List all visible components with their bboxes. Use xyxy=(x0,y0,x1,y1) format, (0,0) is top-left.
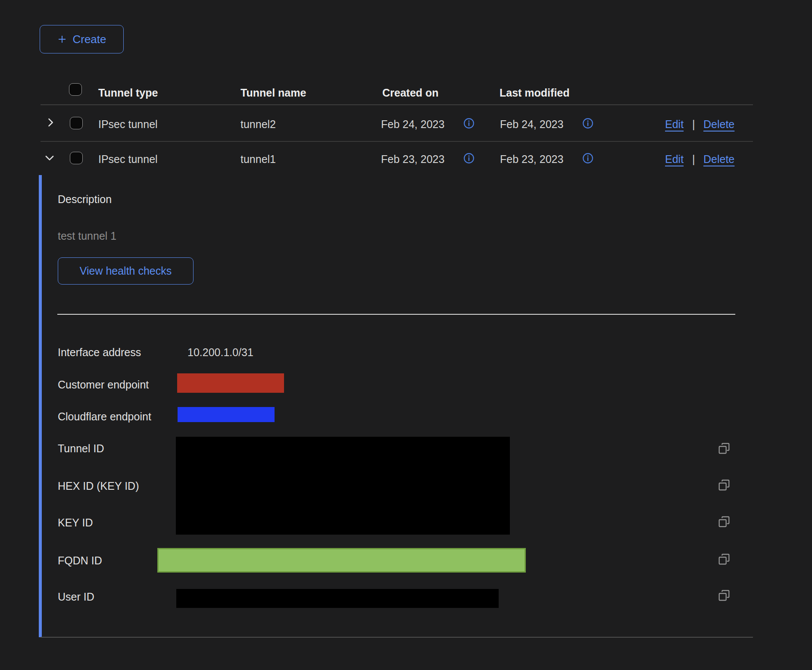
section-divider xyxy=(57,314,735,315)
info-icon[interactable] xyxy=(463,117,475,129)
cloudflare-endpoint-redacted-value xyxy=(178,407,275,422)
chevron-right-icon[interactable] xyxy=(44,116,56,128)
tunnel-name-cell: tunnel2 xyxy=(240,118,276,131)
last-modified-cell: Feb 23, 2023 xyxy=(500,153,563,166)
copy-icon xyxy=(717,478,731,492)
description-label: Description xyxy=(58,193,112,206)
hex-id-label: HEX ID (KEY ID) xyxy=(58,480,139,492)
tunnel-type-cell: IPsec tunnel xyxy=(98,153,158,166)
interface-address-label: Interface address xyxy=(58,346,141,359)
row-checkbox-tunnel1[interactable] xyxy=(70,152,83,164)
action-separator: | xyxy=(692,118,695,131)
key-id-label: KEY ID xyxy=(58,517,93,529)
fqdn-id-label: FQDN ID xyxy=(58,554,102,567)
view-health-checks-label: View health checks xyxy=(80,265,172,277)
tunnel-name-cell: tunnel1 xyxy=(240,153,276,166)
customer-endpoint-redacted-value xyxy=(177,373,284,393)
info-icon[interactable] xyxy=(582,152,594,164)
header-tunnel-type: Tunnel type xyxy=(98,87,158,99)
interface-address-value: 10.200.1.0/31 xyxy=(187,346,253,359)
expanded-row-indicator xyxy=(39,175,42,637)
copy-key-id-button[interactable] xyxy=(717,515,731,530)
select-all-checkbox[interactable] xyxy=(69,83,82,96)
edit-link-tunnel1[interactable]: Edit xyxy=(665,153,684,166)
delete-link-tunnel2[interactable]: Delete xyxy=(703,118,734,131)
tunnel-id-label: Tunnel ID xyxy=(58,442,104,455)
copy-icon xyxy=(717,441,731,455)
ipsec-tunnels-page: Create Tunnel type Tunnel name Created o… xyxy=(0,0,812,670)
plus-icon xyxy=(57,34,67,44)
copy-icon xyxy=(717,552,731,566)
last-modified-cell: Feb 24, 2023 xyxy=(500,118,563,131)
user-id-label: User ID xyxy=(58,591,94,603)
copy-fqdn-id-button[interactable] xyxy=(717,552,731,567)
description-value: test tunnel 1 xyxy=(58,230,116,242)
row-checkbox-tunnel2[interactable] xyxy=(70,117,83,129)
view-health-checks-button[interactable]: View health checks xyxy=(58,257,194,285)
copy-icon xyxy=(717,589,731,602)
info-icon[interactable] xyxy=(463,152,475,164)
create-button[interactable]: Create xyxy=(40,25,124,53)
tunnel-type-cell: IPsec tunnel xyxy=(98,118,158,131)
action-separator: | xyxy=(692,153,695,166)
copy-user-id-button[interactable] xyxy=(717,589,731,604)
copy-tunnel-id-button[interactable] xyxy=(717,441,731,457)
header-tunnel-name: Tunnel name xyxy=(240,87,306,99)
cloudflare-endpoint-label: Cloudflare endpoint xyxy=(58,410,151,423)
create-button-label: Create xyxy=(72,33,106,46)
chevron-down-icon[interactable] xyxy=(44,152,56,164)
customer-endpoint-label: Customer endpoint xyxy=(58,379,149,391)
created-on-cell: Feb 23, 2023 xyxy=(381,153,444,166)
fqdn-id-redacted-value xyxy=(157,548,526,573)
header-divider xyxy=(41,104,753,105)
copy-icon xyxy=(717,515,731,529)
edit-link-tunnel2[interactable]: Edit xyxy=(665,118,684,131)
created-on-cell: Feb 24, 2023 xyxy=(381,118,444,131)
info-icon[interactable] xyxy=(582,117,594,129)
header-created-on: Created on xyxy=(382,87,439,99)
row-divider xyxy=(41,141,753,142)
copy-hex-id-button[interactable] xyxy=(717,478,731,493)
ids-redacted-value xyxy=(176,437,510,535)
user-id-redacted-value xyxy=(176,589,499,608)
table-bottom-border xyxy=(41,637,753,638)
header-last-modified: Last modified xyxy=(500,87,570,99)
delete-link-tunnel1[interactable]: Delete xyxy=(703,153,734,166)
